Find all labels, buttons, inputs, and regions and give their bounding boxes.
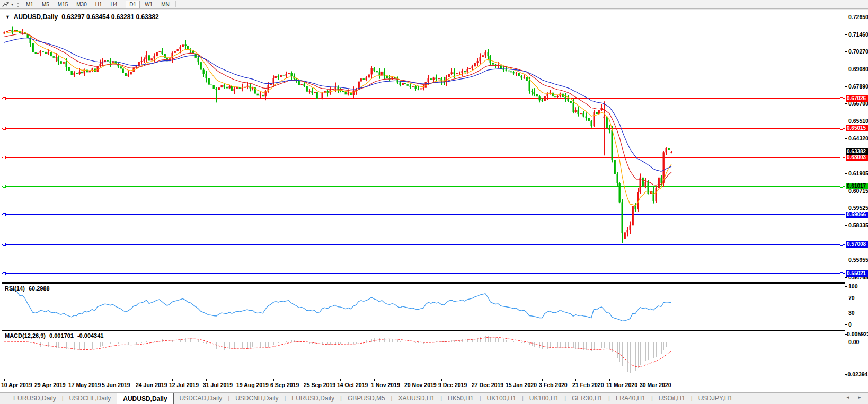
chart-tab-gbpusd-m5[interactable]: GBPUSD,M5	[342, 393, 391, 404]
chart-tab-usdcnh-daily[interactable]: USDCNH,Daily	[229, 393, 284, 404]
chart-tab-usdchf-daily[interactable]: USDCHF,Daily	[64, 393, 117, 404]
chart-tab-eurusd-daily[interactable]: EURUSD,Daily	[286, 393, 340, 404]
chart-tab-audusd-daily[interactable]: AUDUSD,Daily	[117, 393, 173, 404]
chart-tab-xauusd-h1[interactable]: XAUUSD,H1	[392, 393, 440, 404]
tab-scroll-arrows-icon[interactable]: ◄ ►	[846, 395, 865, 400]
chart-canvas[interactable]	[0, 0, 868, 404]
chart-tab-eurusd-daily[interactable]: EURUSD,Daily	[7, 393, 62, 404]
chart-tab-usoil-h1[interactable]: USOil,H1	[653, 393, 691, 404]
chart-tab-ger30-h1[interactable]: GER30,H1	[566, 393, 608, 404]
chart-tab-usdjpy-h1[interactable]: USDJPY,H1	[693, 393, 738, 404]
chart-tab-bar: EURUSD,Daily|USDCHF,DailyAUDUSD,DailyUSD…	[0, 392, 868, 404]
chart-tab-uk100-h1[interactable]: UK100,H1	[524, 393, 564, 404]
chart-tab-hk50-h1[interactable]: HK50,H1	[442, 393, 480, 404]
chart-tab-fra40-h1[interactable]: FRA40,H1	[610, 393, 651, 404]
chart-tab-usdcad-daily[interactable]: USDCAD,Daily	[174, 393, 228, 404]
chart-tab-uk100-h1[interactable]: UK100,H1	[481, 393, 522, 404]
